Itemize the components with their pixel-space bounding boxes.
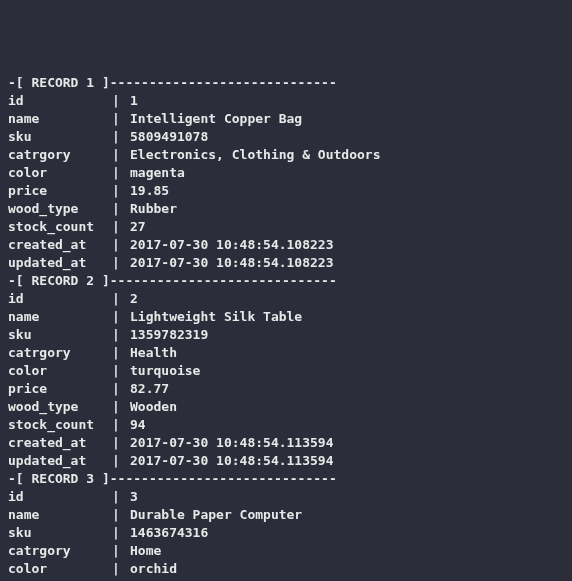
record-row: wood_type| Wooden — [8, 398, 572, 416]
record-row: id| 2 — [8, 290, 572, 308]
column-separator: | — [112, 128, 130, 146]
record-row: stock_count| 27 — [8, 218, 572, 236]
field-key-wood_type: wood_type — [8, 200, 112, 218]
field-value-price: 19.85 — [130, 182, 169, 200]
record-row: catrgory| Electronics, Clothing & Outdoo… — [8, 146, 572, 164]
field-key-id: id — [8, 92, 112, 110]
record-row: id| 3 — [8, 488, 572, 506]
record-row: created_at| 2017-07-30 10:48:54.113594 — [8, 434, 572, 452]
psql-expanded-output: -[ RECORD 1 ]---------------------------… — [8, 74, 572, 581]
field-key-color: color — [8, 560, 112, 578]
record-header: -[ RECORD 1 ]---------------------------… — [8, 74, 572, 92]
column-separator: | — [112, 506, 130, 524]
record-row: color| orchid — [8, 560, 572, 578]
record-row: catrgory| Health — [8, 344, 572, 362]
field-value-id: 1 — [130, 92, 138, 110]
field-key-price: price — [8, 380, 112, 398]
field-value-color: turquoise — [130, 362, 200, 380]
field-value-stock_count: 94 — [130, 416, 146, 434]
field-key-sku: sku — [8, 326, 112, 344]
field-value-stock_count: 27 — [130, 218, 146, 236]
record-row: id| 1 — [8, 92, 572, 110]
record-row: wood_type| Rubber — [8, 200, 572, 218]
record-row: color| magenta — [8, 164, 572, 182]
field-key-sku: sku — [8, 128, 112, 146]
field-key-created_at: created_at — [8, 236, 112, 254]
record-row: updated_at| 2017-07-30 10:48:54.113594 — [8, 452, 572, 470]
field-key-stock_count: stock_count — [8, 218, 112, 236]
field-key-price: price — [8, 182, 112, 200]
field-key-color: color — [8, 362, 112, 380]
field-key-name: name — [8, 308, 112, 326]
column-separator: | — [112, 164, 130, 182]
field-key-sku: sku — [8, 524, 112, 542]
column-separator: | — [112, 434, 130, 452]
record-header: -[ RECORD 3 ]---------------------------… — [8, 470, 572, 488]
field-value-name: Intelligent Copper Bag — [130, 110, 302, 128]
field-value-sku: 5809491078 — [130, 128, 208, 146]
field-value-catrgory: Home — [130, 542, 161, 560]
record-row: name| Durable Paper Computer — [8, 506, 572, 524]
field-value-created_at: 2017-07-30 10:48:54.113594 — [130, 434, 334, 452]
column-separator: | — [112, 218, 130, 236]
record-row: price| 19.85 — [8, 182, 572, 200]
field-value-id: 2 — [130, 290, 138, 308]
field-value-created_at: 2017-07-30 10:48:54.108223 — [130, 236, 334, 254]
column-separator: | — [112, 236, 130, 254]
column-separator: | — [112, 452, 130, 470]
record-row: updated_at| 2017-07-30 10:48:54.108223 — [8, 254, 572, 272]
field-value-catrgory: Health — [130, 344, 177, 362]
field-key-id: id — [8, 488, 112, 506]
column-separator: | — [112, 416, 130, 434]
field-value-color: orchid — [130, 560, 177, 578]
column-separator: | — [112, 290, 130, 308]
column-separator: | — [112, 362, 130, 380]
field-key-id: id — [8, 290, 112, 308]
column-separator: | — [112, 182, 130, 200]
field-value-color: magenta — [130, 164, 185, 182]
record-row: sku| 1463674316 — [8, 524, 572, 542]
column-separator: | — [112, 542, 130, 560]
column-separator: | — [112, 308, 130, 326]
column-separator: | — [112, 92, 130, 110]
field-key-catrgory: catrgory — [8, 542, 112, 560]
column-separator: | — [112, 110, 130, 128]
column-separator: | — [112, 560, 130, 578]
field-key-wood_type: wood_type — [8, 398, 112, 416]
column-separator: | — [112, 326, 130, 344]
field-value-sku: 1359782319 — [130, 326, 208, 344]
column-separator: | — [112, 344, 130, 362]
field-key-updated_at: updated_at — [8, 254, 112, 272]
record-row: sku| 5809491078 — [8, 128, 572, 146]
field-value-updated_at: 2017-07-30 10:48:54.108223 — [130, 254, 334, 272]
column-separator: | — [112, 200, 130, 218]
field-key-catrgory: catrgory — [8, 146, 112, 164]
record-header: -[ RECORD 2 ]---------------------------… — [8, 272, 572, 290]
record-row: name| Lightweight Silk Table — [8, 308, 572, 326]
field-key-updated_at: updated_at — [8, 452, 112, 470]
field-value-id: 3 — [130, 488, 138, 506]
field-value-wood_type: Wooden — [130, 398, 177, 416]
field-key-color: color — [8, 164, 112, 182]
field-key-created_at: created_at — [8, 434, 112, 452]
record-row: color| turquoise — [8, 362, 572, 380]
record-row: sku| 1359782319 — [8, 326, 572, 344]
field-value-sku: 1463674316 — [130, 524, 208, 542]
field-key-catrgory: catrgory — [8, 344, 112, 362]
field-value-price: 82.77 — [130, 380, 169, 398]
column-separator: | — [112, 380, 130, 398]
column-separator: | — [112, 488, 130, 506]
field-value-name: Durable Paper Computer — [130, 506, 302, 524]
record-row: name| Intelligent Copper Bag — [8, 110, 572, 128]
field-value-wood_type: Rubber — [130, 200, 177, 218]
record-row: catrgory| Home — [8, 542, 572, 560]
column-separator: | — [112, 254, 130, 272]
field-key-name: name — [8, 506, 112, 524]
field-value-name: Lightweight Silk Table — [130, 308, 302, 326]
record-row: created_at| 2017-07-30 10:48:54.108223 — [8, 236, 572, 254]
column-separator: | — [112, 146, 130, 164]
field-value-catrgory: Electronics, Clothing & Outdoors — [130, 146, 380, 164]
field-key-name: name — [8, 110, 112, 128]
record-row: price| 82.77 — [8, 380, 572, 398]
field-value-updated_at: 2017-07-30 10:48:54.113594 — [130, 452, 334, 470]
